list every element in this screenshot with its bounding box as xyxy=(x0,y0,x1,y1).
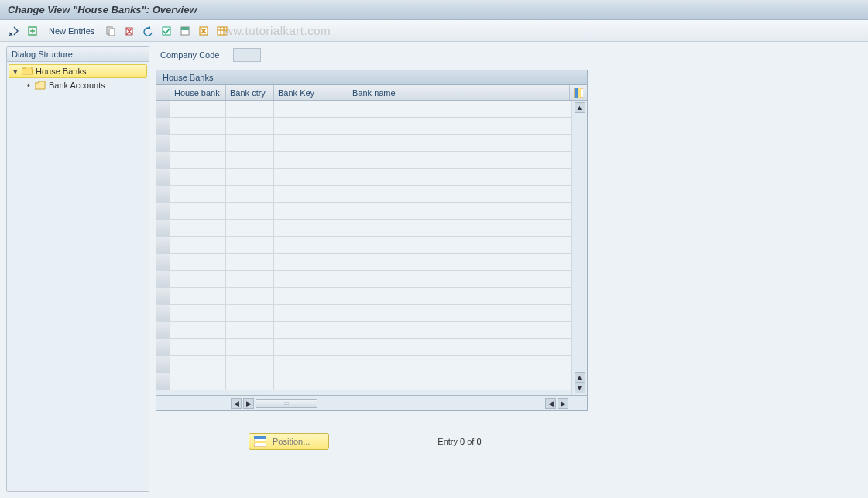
grid-configure-columns-icon[interactable] xyxy=(570,85,587,100)
cell-house-bank[interactable] xyxy=(170,152,226,168)
row-selector[interactable] xyxy=(156,339,170,355)
scroll-down-icon[interactable]: ▼ xyxy=(575,383,585,393)
cell-bank-key[interactable] xyxy=(274,203,348,219)
cell-bank-name[interactable] xyxy=(348,288,571,304)
cell-bank-ctry[interactable] xyxy=(226,152,274,168)
cell-house-bank[interactable] xyxy=(170,288,226,304)
cell-bank-key[interactable] xyxy=(274,169,348,185)
cell-house-bank[interactable] xyxy=(170,101,226,117)
cell-bank-ctry[interactable] xyxy=(226,305,274,321)
row-selector[interactable] xyxy=(156,101,170,117)
cell-house-bank[interactable] xyxy=(170,237,226,253)
cell-bank-name[interactable] xyxy=(348,322,571,338)
deselect-all-icon[interactable] xyxy=(196,23,211,39)
grid-horizontal-scrollbar[interactable]: ◀ ▶ ::: ◀ ▶ xyxy=(156,395,587,410)
cell-bank-key[interactable] xyxy=(274,271,348,287)
table-row[interactable] xyxy=(156,118,571,135)
cell-bank-name[interactable] xyxy=(348,101,571,117)
cell-house-bank[interactable] xyxy=(170,373,226,390)
cell-bank-ctry[interactable] xyxy=(226,356,274,373)
cell-bank-ctry[interactable] xyxy=(226,186,274,202)
table-row[interactable] xyxy=(156,169,571,186)
cell-bank-key[interactable] xyxy=(274,237,348,253)
cell-bank-name[interactable] xyxy=(348,373,571,390)
cell-bank-ctry[interactable] xyxy=(226,339,274,355)
cell-bank-key[interactable] xyxy=(274,118,348,134)
grid-header-selector[interactable] xyxy=(156,85,170,100)
cell-house-bank[interactable] xyxy=(170,356,226,373)
cell-house-bank[interactable] xyxy=(170,169,226,185)
cell-bank-name[interactable] xyxy=(348,169,571,185)
table-row[interactable] xyxy=(156,186,571,203)
table-row[interactable] xyxy=(156,220,571,237)
cell-bank-ctry[interactable] xyxy=(226,118,274,134)
row-selector[interactable] xyxy=(156,288,170,304)
table-row[interactable] xyxy=(156,254,571,271)
grid-col-bank-name[interactable]: Bank name xyxy=(348,85,570,100)
scroll-up-icon[interactable]: ▲ xyxy=(575,102,585,113)
cell-bank-key[interactable] xyxy=(274,305,348,321)
cell-house-bank[interactable] xyxy=(170,118,226,134)
cell-house-bank[interactable] xyxy=(170,322,226,338)
table-row[interactable] xyxy=(156,356,571,373)
cell-bank-name[interactable] xyxy=(348,237,571,253)
cell-bank-ctry[interactable] xyxy=(226,203,274,219)
row-selector[interactable] xyxy=(156,254,170,270)
scroll-left-icon[interactable]: ◀ xyxy=(231,398,242,409)
cell-bank-key[interactable] xyxy=(274,186,348,202)
table-row[interactable] xyxy=(156,322,571,339)
cell-bank-ctry[interactable] xyxy=(226,288,274,304)
row-selector[interactable] xyxy=(156,152,170,168)
cell-bank-ctry[interactable] xyxy=(226,373,274,390)
row-selector[interactable] xyxy=(156,118,170,134)
table-row[interactable] xyxy=(156,101,571,118)
cell-bank-name[interactable] xyxy=(348,271,571,287)
company-code-input[interactable] xyxy=(233,48,261,62)
cell-house-bank[interactable] xyxy=(170,186,226,202)
cell-house-bank[interactable] xyxy=(170,203,226,219)
cell-bank-ctry[interactable] xyxy=(226,254,274,270)
grid-col-house-bank[interactable]: House bank xyxy=(170,85,226,100)
cell-bank-key[interactable] xyxy=(274,288,348,304)
cell-bank-name[interactable] xyxy=(348,186,571,202)
cell-bank-name[interactable] xyxy=(348,339,571,355)
cell-bank-key[interactable] xyxy=(274,254,348,270)
cell-bank-ctry[interactable] xyxy=(226,237,274,253)
cell-bank-key[interactable] xyxy=(274,356,348,373)
cell-bank-name[interactable] xyxy=(348,152,571,168)
row-selector[interactable] xyxy=(156,203,170,219)
delete-icon[interactable] xyxy=(122,23,137,39)
cell-bank-key[interactable] xyxy=(274,101,348,117)
cell-bank-key[interactable] xyxy=(274,339,348,355)
tree-node-house-banks[interactable]: ▾ House Banks xyxy=(9,64,147,78)
table-row[interactable] xyxy=(156,135,571,152)
row-selector[interactable] xyxy=(156,169,170,185)
cell-bank-name[interactable] xyxy=(348,135,571,151)
cell-bank-name[interactable] xyxy=(348,305,571,321)
row-selector[interactable] xyxy=(156,135,170,151)
cell-bank-ctry[interactable] xyxy=(226,220,274,236)
table-settings-icon[interactable] xyxy=(214,23,230,39)
display-toggle-icon[interactable] xyxy=(6,23,22,39)
cell-bank-name[interactable] xyxy=(348,254,571,270)
cell-bank-key[interactable] xyxy=(274,373,348,390)
select-block-icon[interactable] xyxy=(177,23,193,39)
row-selector[interactable] xyxy=(156,220,170,236)
cell-house-bank[interactable] xyxy=(170,135,226,151)
scroll-thumb[interactable]: ::: xyxy=(256,399,317,408)
table-row[interactable] xyxy=(156,339,571,356)
table-row[interactable] xyxy=(156,305,571,322)
cell-bank-name[interactable] xyxy=(348,118,571,134)
scroll-down-alt-icon[interactable]: ▲ xyxy=(575,372,585,383)
cell-bank-key[interactable] xyxy=(274,322,348,338)
row-selector[interactable] xyxy=(156,237,170,253)
cell-bank-ctry[interactable] xyxy=(226,135,274,151)
select-all-icon[interactable] xyxy=(159,23,174,39)
cell-house-bank[interactable] xyxy=(170,220,226,236)
table-row[interactable] xyxy=(156,288,571,305)
copy-icon[interactable] xyxy=(103,23,118,39)
cell-house-bank[interactable] xyxy=(170,254,226,270)
row-selector[interactable] xyxy=(156,322,170,338)
row-selector[interactable] xyxy=(156,356,170,373)
grid-col-bank-ctry[interactable]: Bank ctry. xyxy=(226,85,274,100)
